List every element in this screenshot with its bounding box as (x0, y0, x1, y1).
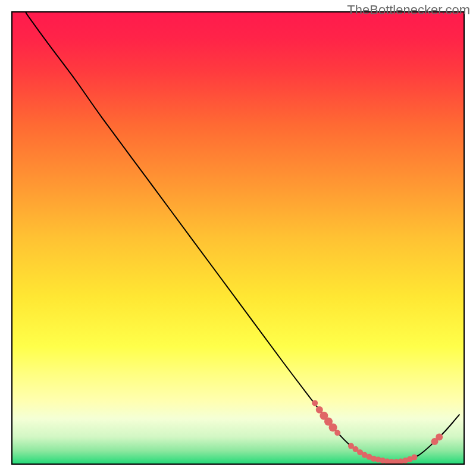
chart-container: TheBottlenecker.com (0, 0, 476, 476)
highlight-marker (312, 400, 318, 406)
highlight-marker (411, 455, 417, 461)
watermark-text: TheBottlenecker.com (347, 2, 470, 18)
highlight-marker (334, 430, 340, 436)
bottleneck-chart (0, 0, 476, 476)
highlight-marker (436, 433, 443, 440)
highlight-marker (329, 423, 337, 431)
gradient-background (12, 12, 464, 464)
